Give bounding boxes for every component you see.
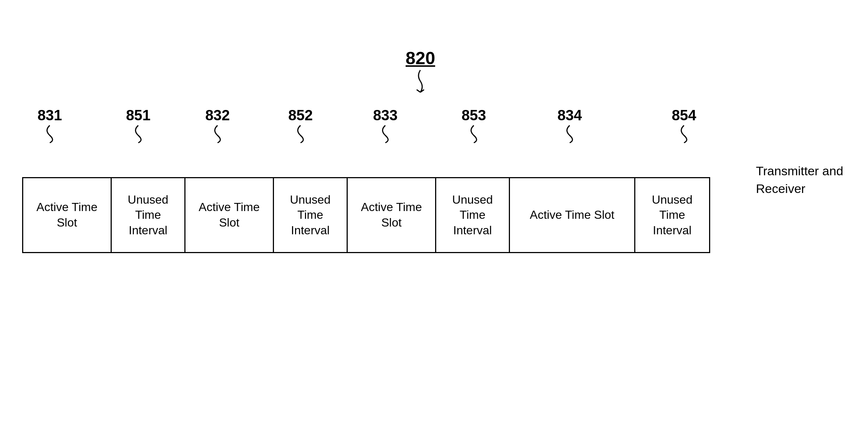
slot-text-851: Unused Time Interval (115, 192, 181, 238)
slot-box-853: Unused Time Interval (436, 178, 510, 252)
label-834: 834 (557, 107, 583, 145)
slot-text-832: Active Time Slot (189, 200, 269, 230)
number-833: 833 (372, 107, 398, 124)
squiggle-852 (288, 124, 313, 144)
label-854: 854 (671, 107, 697, 145)
number-851: 851 (125, 107, 151, 124)
label-831: 831 (37, 107, 63, 145)
slot-box-833: Active Time Slot (348, 178, 436, 252)
slot-text-852: Unused Time Interval (278, 192, 343, 238)
label-851: 851 (125, 107, 151, 145)
squiggle-831 (37, 124, 63, 144)
squiggle-833 (372, 124, 398, 144)
slot-text-834: Active Time Slot (530, 207, 614, 223)
slot-text-853: Unused Time Interval (440, 192, 505, 238)
transmitter-text: Transmitter and Receiver (756, 164, 843, 196)
figure-number: 820 (406, 48, 435, 68)
squiggle-854 (671, 124, 697, 144)
slot-text-854: Unused Time Interval (639, 192, 705, 238)
slot-text-831: Active Time Slot (27, 200, 107, 230)
number-831: 831 (37, 107, 63, 124)
squiggle-832 (205, 124, 230, 144)
number-853: 853 (461, 107, 487, 124)
squiggle-851 (125, 124, 151, 144)
number-854: 854 (671, 107, 697, 124)
svg-line-0 (417, 90, 420, 92)
label-832: 832 (205, 107, 230, 145)
number-852: 852 (288, 107, 313, 124)
number-832: 832 (205, 107, 230, 124)
figure-label-area: 820 (406, 48, 435, 96)
slot-box-852: Unused Time Interval (274, 178, 348, 252)
label-853: 853 (461, 107, 487, 145)
number-834: 834 (557, 107, 583, 124)
slot-box-834: Active Time Slot (510, 178, 635, 252)
label-833: 833 (372, 107, 398, 145)
transmitter-label: Transmitter and Receiver (756, 162, 852, 197)
squiggle-834 (557, 124, 583, 144)
squiggle-853 (461, 124, 487, 144)
label-852: 852 (288, 107, 313, 145)
timeline-boxes: Active Time Slot Unused Time Interval Ac… (22, 177, 710, 253)
figure-arrow (406, 68, 435, 94)
diagram-container: 820 831 851 832 852 (0, 0, 868, 428)
slot-box-831: Active Time Slot (23, 178, 112, 252)
slot-box-832: Active Time Slot (185, 178, 274, 252)
slot-box-854: Unused Time Interval (635, 178, 709, 252)
slot-text-833: Active Time Slot (351, 200, 431, 230)
slot-box-851: Unused Time Interval (112, 178, 185, 252)
